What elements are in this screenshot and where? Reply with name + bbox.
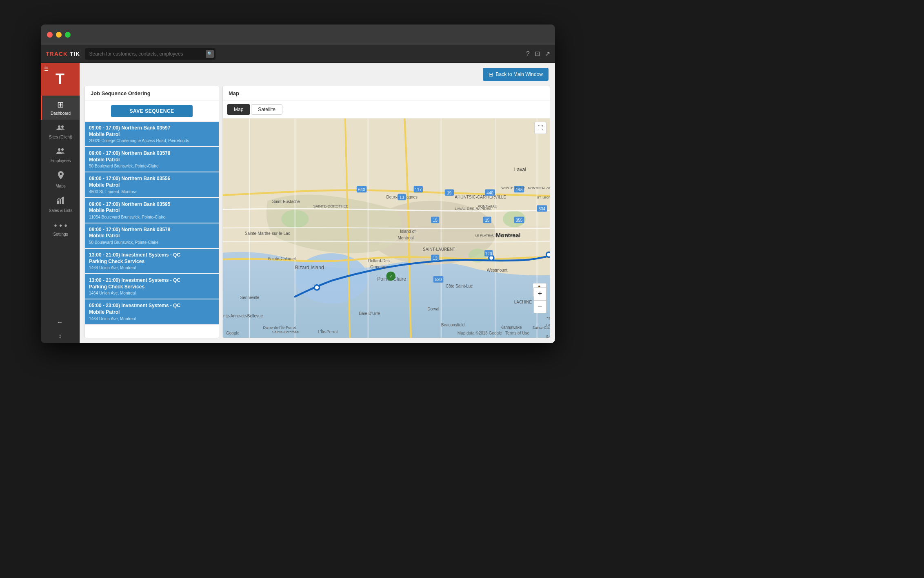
title-bar xyxy=(41,25,555,45)
sidebar-item-dashboard[interactable]: ⊞ Dashboard xyxy=(41,96,79,120)
content-header: ⊟ Back to Main Window xyxy=(80,63,555,86)
job-list-item[interactable]: 09:00 - 17:00) Northern Bank 03578Mobile… xyxy=(85,147,219,172)
svg-text:Beaconsfield: Beaconsfield xyxy=(441,323,465,327)
job-title: 05:00 - 23:00) Investment Systems - QCMo… xyxy=(89,303,215,315)
job-title: 09:00 - 17:00) Northern Bank 03578Mobile… xyxy=(89,150,215,163)
back-to-main-button[interactable]: ⊟ Back to Main Window xyxy=(483,68,549,81)
map-svg: Laval Deux-Montagnes AHUNTSIC-CARTIERVIL… xyxy=(223,118,550,338)
job-list-item[interactable]: 13:00 - 21:00) Investment Systems - QCPa… xyxy=(85,249,219,274)
job-list-item[interactable]: 09:00 - 17:00) Northern Bank 03556Mobile… xyxy=(85,172,219,198)
maps-icon xyxy=(57,171,64,182)
svg-text:LASALLE: LASALLE xyxy=(546,323,550,327)
map-terms: Map data ©2018 Google Terms of Use xyxy=(458,331,529,335)
svg-text:Bizard Island: Bizard Island xyxy=(295,265,324,270)
google-logo: Google xyxy=(226,331,239,335)
svg-text:19: 19 xyxy=(447,191,452,195)
svg-rect-4 xyxy=(57,201,59,204)
sidebar-item-settings[interactable]: • • • Settings xyxy=(41,217,79,241)
svg-text:15: 15 xyxy=(433,218,438,223)
map-panel-title: Map xyxy=(229,90,239,96)
job-list-item[interactable]: 13:00 - 21:00) Investment Systems - QCPa… xyxy=(85,274,219,299)
svg-text:L'Île-Perrot: L'Île-Perrot xyxy=(318,329,338,334)
share-icon[interactable]: ↗ xyxy=(545,50,550,58)
sidebar-item-maps[interactable]: Maps xyxy=(41,167,79,192)
fullscreen-button[interactable]: ⛶ xyxy=(534,122,546,134)
job-title: 13:00 - 21:00) Investment Systems - QCPa… xyxy=(89,277,215,290)
help-icon[interactable]: ? xyxy=(526,50,530,58)
job-address: 50 Boulevard Brunswick, Pointe-Claire xyxy=(89,240,215,245)
arrow-left-icon: ← xyxy=(57,319,63,326)
sidebar-arrow-left[interactable]: ← xyxy=(41,315,79,329)
svg-text:730: 730 xyxy=(546,316,550,320)
sidebar-label-sales: Sales & Lists xyxy=(49,208,73,213)
sidebar-arrow-updown[interactable]: ↕ xyxy=(41,329,79,343)
search-button[interactable]: 🔍 xyxy=(206,50,214,58)
job-list-item[interactable]: 09:00 - 17:00) Northern Bank 03578Mobile… xyxy=(85,223,219,249)
zoom-in-button[interactable]: + xyxy=(533,287,546,300)
svg-text:Dorval: Dorval xyxy=(427,307,439,311)
job-sequence-panel: Job Sequence Ordering SAVE SEQUENCE 09:0… xyxy=(84,86,219,338)
svg-text:✓: ✓ xyxy=(389,274,393,279)
job-list: 09:00 - 17:00) Northern Bank 03597Mobile… xyxy=(85,122,219,338)
svg-text:MONTREAL-NORD: MONTREAL-NORD xyxy=(528,186,550,190)
sidebar-item-sites[interactable]: Sites (Client) xyxy=(41,120,79,143)
map-container: Laval Deux-Montagnes AHUNTSIC-CARTIERVIL… xyxy=(223,118,550,338)
svg-text:Island of: Island of xyxy=(400,229,415,234)
menu-icon[interactable]: ☰ xyxy=(44,66,49,72)
map-panel: Map Map Satellite xyxy=(222,86,550,338)
maximize-button[interactable] xyxy=(65,32,71,38)
job-address: 1464 Union Ave, Montreal xyxy=(89,291,215,295)
job-list-item[interactable]: 09:00 - 17:00) Northern Bank 03597Mobile… xyxy=(85,122,219,147)
top-bar-actions: ? ⊡ ↗ xyxy=(526,50,550,58)
svg-text:Saint-Constant: Saint-Constant xyxy=(546,335,550,338)
tab-satellite[interactable]: Satellite xyxy=(251,104,282,115)
employees-icon xyxy=(56,147,65,157)
svg-text:Sainte-Anne-de-Bellevue: Sainte-Anne-de-Bellevue xyxy=(223,314,263,318)
job-address: 1464 Union Ave, Montreal xyxy=(89,317,215,321)
svg-text:LAVAL-DES-RAPIDES: LAVAL-DES-RAPIDES xyxy=(455,207,491,211)
svg-text:Dollard-Des: Dollard-Des xyxy=(368,259,390,263)
save-sequence-button[interactable]: SAVE SEQUENCE xyxy=(111,105,193,117)
close-button[interactable] xyxy=(47,32,53,38)
save-sequence-wrapper: SAVE SEQUENCE xyxy=(85,101,219,122)
svg-text:13: 13 xyxy=(433,256,438,261)
terms-of-use-link[interactable]: Terms of Use xyxy=(505,331,529,335)
job-title: 09:00 - 17:00) Northern Bank 03578Mobile… xyxy=(89,227,215,239)
sites-icon xyxy=(56,124,65,133)
app-logo: TRACK TIK xyxy=(46,51,80,57)
job-title: 09:00 - 17:00) Northern Bank 03597Mobile… xyxy=(89,125,215,138)
tab-map[interactable]: Map xyxy=(227,104,250,115)
sidebar-item-employees[interactable]: Employees xyxy=(41,143,79,167)
svg-text:Baie-D'Urfé: Baie-D'Urfé xyxy=(359,311,380,316)
job-title: 09:00 - 17:00) Northern Bank 03595Mobile… xyxy=(89,201,215,214)
svg-text:440: 440 xyxy=(486,191,493,195)
job-list-item[interactable]: 09:00 - 17:00) Northern Bank 03595Mobile… xyxy=(85,198,219,223)
svg-text:Sainte-Dorothée: Sainte-Dorothée xyxy=(272,330,299,334)
logo-t: T xyxy=(56,71,64,88)
arrow-updown-icon: ↕ xyxy=(58,333,62,340)
sidebar-logo: ☰ T xyxy=(41,63,80,96)
job-title: 13:00 - 21:00) Investment Systems - QCPa… xyxy=(89,252,215,265)
svg-point-0 xyxy=(58,125,60,128)
sidebar-label-employees: Employees xyxy=(51,158,71,163)
svg-text:Senneville: Senneville xyxy=(240,295,260,300)
sidebar-item-sales[interactable]: Sales & Lists xyxy=(41,192,79,217)
map-attribution: Google xyxy=(226,331,239,335)
job-address: 4500 St. Laurent, Montreal xyxy=(89,190,215,194)
sales-icon xyxy=(57,196,65,207)
svg-text:Ormeaux: Ormeaux xyxy=(370,265,387,269)
svg-point-66 xyxy=(315,286,319,289)
main-window: TRACK TIK 🔍 ? ⊡ ↗ ☰ T ⊞ Dashboard xyxy=(41,25,555,343)
job-address: 1464 Union Ave, Montreal xyxy=(89,266,215,270)
svg-text:ST. LEONARD: ST. LEONARD xyxy=(537,196,550,199)
minimize-button[interactable] xyxy=(56,32,62,38)
sidebar-label-settings: Settings xyxy=(53,232,68,237)
sidebar-label-dashboard: Dashboard xyxy=(51,111,71,116)
zoom-out-button[interactable]: − xyxy=(533,300,546,313)
search-input[interactable] xyxy=(85,48,215,60)
svg-text:13: 13 xyxy=(400,195,404,200)
display-icon[interactable]: ⊡ xyxy=(535,50,540,58)
back-btn-label: Back to Main Window xyxy=(496,71,543,77)
job-list-item[interactable]: 05:00 - 23:00) Investment Systems - QCMo… xyxy=(85,299,219,325)
svg-text:15: 15 xyxy=(485,218,490,223)
